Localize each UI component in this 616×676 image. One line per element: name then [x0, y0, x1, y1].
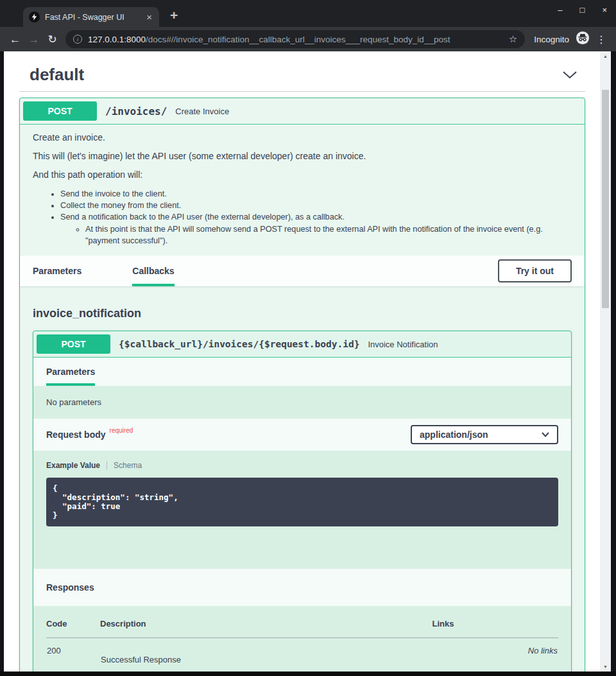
request-body-example-section: Example Value Schema { "description": "s… [33, 451, 571, 569]
description-paragraph: And this path operation will: [33, 169, 572, 180]
content-type-select[interactable]: application/json [411, 425, 558, 444]
incognito-icon [576, 31, 590, 48]
new-tab-button[interactable]: + [170, 8, 178, 22]
method-badge: POST [37, 334, 110, 354]
chevron-down-icon [542, 432, 549, 437]
responses-table: Code Description Links 200 Succe [46, 619, 558, 665]
callback-name: invoice_notification [33, 307, 572, 320]
description-paragraph: Create an invoice. [33, 132, 572, 143]
list-item: Collect the money from the client. [60, 200, 572, 211]
bookmark-star-icon[interactable]: ☆ [509, 33, 517, 45]
callbacks-section: invoice_notification POST {$callback_url… [20, 286, 585, 672]
url-text[interactable]: 127.0.0.1:8000/docs#//invoice_notificati… [88, 35, 503, 44]
tab-close-icon[interactable]: × [145, 12, 153, 22]
window-minimize-button[interactable]: – [558, 6, 562, 14]
operation-summary: Create Invoice [175, 107, 229, 116]
required-badge: required [110, 427, 133, 434]
incognito-label: Incognito [534, 35, 569, 44]
no-parameters-notice: No parameters [33, 386, 571, 419]
response-description: Successful Response [101, 655, 431, 664]
opblock-invoice-notification: POST {$callback_url}/invoices/{$request.… [33, 331, 572, 672]
table-row: 200 Successful Response No links [46, 638, 558, 666]
callback-summary-row[interactable]: POST {$callback_url}/invoices/{$request.… [33, 331, 571, 358]
scroll-up-icon[interactable]: ▲ [600, 51, 611, 61]
browser-menu-icon[interactable]: ⋮ [596, 33, 606, 46]
list-item: Send a notification back to the API user… [60, 211, 572, 247]
responses-header: Responses [33, 569, 571, 606]
method-badge: POST [23, 101, 97, 121]
list-item: Send the invoice to the client. [60, 188, 572, 200]
swagger-ui: default POST /invoices/ Create Invoice C… [4, 51, 600, 672]
operation-path: /invoices/ [105, 105, 167, 117]
opblock-create-invoice: POST /invoices/ Create Invoice Create an… [19, 98, 585, 672]
tab-example-value[interactable]: Example Value [46, 461, 100, 470]
try-it-out-button[interactable]: Try it out [498, 259, 572, 282]
example-code-block: { "description": "string", "paid": true … [46, 478, 558, 526]
content-type-value: application/json [420, 429, 488, 440]
operation-description: Create an invoice. This will (let's imag… [20, 125, 585, 256]
responses-label: Responses [46, 582, 94, 593]
operation-summary-row[interactable]: POST /invoices/ Create Invoice [20, 98, 585, 125]
tab-title: Fast API - Swagger UI [45, 13, 140, 22]
tab-bar: Fast API - Swagger UI × + – □ × [0, 0, 616, 27]
request-body-header: Request bodyrequired application/json [33, 419, 571, 451]
collapse-chevron-icon[interactable] [562, 71, 578, 79]
sub-list-item: At this point is that the API will someh… [85, 223, 572, 247]
url-path: /docs#//invoice_notification__callback_u… [146, 35, 450, 44]
window-close-button[interactable]: × [602, 6, 607, 14]
browser-window: Fast API - Swagger UI × + – □ × ← → ↻ i … [0, 0, 616, 676]
response-links: No links [432, 638, 558, 666]
tag-title: default [30, 65, 84, 85]
request-body-label: Request body [46, 430, 106, 440]
column-header-code: Code [46, 619, 100, 638]
callback-path: {$callback_url}/invoices/{$request.body.… [119, 339, 359, 349]
column-header-links: Links [432, 619, 558, 638]
site-info-icon[interactable]: i [73, 35, 82, 44]
window-edge-right [611, 51, 616, 672]
browser-toolbar: ← → ↻ i 127.0.0.1:8000/docs#//invoice_no… [0, 27, 616, 51]
tab-callbacks[interactable]: Callbacks [132, 256, 174, 286]
tag-section-header[interactable]: default [19, 51, 585, 92]
callback-parameters-header: Parameters [33, 358, 571, 386]
description-bullet-list: Send the invoice to the client. Collect … [33, 188, 572, 247]
column-header-description: Description [100, 619, 432, 638]
window-controls: – □ × [558, 6, 607, 14]
scroll-down-icon[interactable]: ▼ [600, 662, 611, 672]
url-bar[interactable]: i 127.0.0.1:8000/docs#//invoice_notifica… [65, 30, 525, 48]
window-maximize-button[interactable]: □ [580, 6, 585, 14]
response-code: 200 [46, 638, 100, 666]
tab-schema[interactable]: Schema [114, 461, 142, 470]
window-edge-bottom [0, 672, 616, 676]
tab-parameters[interactable]: Parameters [33, 256, 81, 286]
url-host: 127.0.0.1:8000 [88, 35, 146, 44]
callback-summary: Invoice Notification [368, 340, 438, 349]
description-paragraph: This will (let's imagine) let the API us… [33, 151, 572, 161]
forward-icon[interactable]: → [24, 34, 43, 45]
reload-icon[interactable]: ↻ [43, 34, 62, 45]
scrollbar[interactable]: ▲ ▼ [600, 51, 611, 672]
fastapi-favicon-icon [29, 12, 40, 22]
example-json: { "description": "string", "paid": true … [53, 484, 552, 520]
scrollbar-thumb[interactable] [602, 90, 609, 308]
page-content: default POST /invoices/ Create Invoice C… [4, 51, 600, 672]
operation-tabs-row: Parameters Callbacks Try it out [20, 256, 585, 286]
responses-table-section: Code Description Links 200 Succe [33, 606, 571, 672]
browser-tab[interactable]: Fast API - Swagger UI × [23, 7, 159, 27]
tab-divider [107, 461, 107, 470]
list-item-text: Send a notification back to the API user… [60, 212, 345, 221]
tab-callback-parameters[interactable]: Parameters [46, 358, 95, 386]
back-icon[interactable]: ← [6, 34, 24, 45]
